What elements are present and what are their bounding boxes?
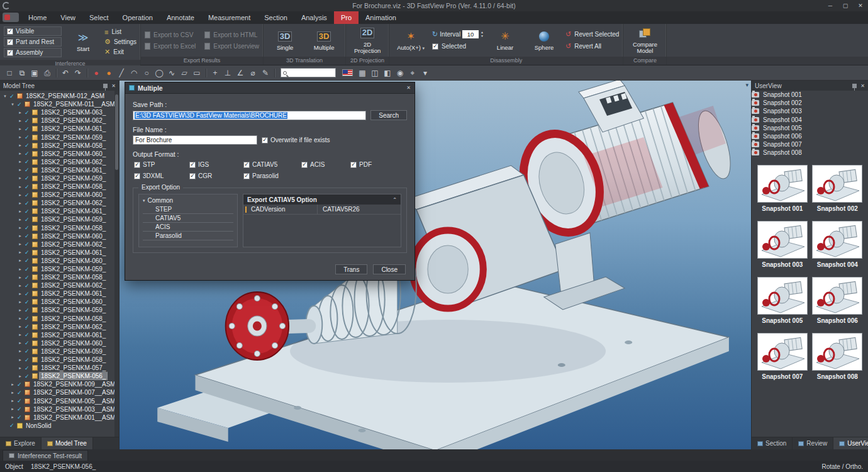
snapshot-list-item[interactable]: Snapshot 005 (752, 124, 868, 132)
check-icon[interactable]: ✓ (25, 150, 30, 157)
tree-item[interactable]: ▸ ✓ 18SK2_PSENKM-059_ (1, 133, 114, 141)
tree-item[interactable]: ▸ ✓ 18SK2_PSENKM-062_ (1, 199, 114, 207)
expand-arrow-icon[interactable]: ▸ (18, 283, 23, 288)
export-item[interactable]: Export to Excel (145, 41, 196, 51)
expand-arrow-icon[interactable]: ▸ (18, 135, 23, 140)
export-option-item[interactable]: ACIS (143, 223, 233, 232)
expand-arrow-icon[interactable]: ▸ (18, 250, 23, 255)
tree-item[interactable]: ▸ ✓ 18SK2_PSENKM-063_ (1, 108, 114, 116)
tree-item[interactable]: ▸ ✓ 18SK2_PSENKM-056_ (1, 372, 114, 380)
interference-result-tab[interactable]: Interference Test-result (3, 450, 88, 461)
expand-arrow-icon[interactable]: ▸ (18, 300, 23, 305)
print-icon[interactable]: ⎙ (42, 67, 53, 79)
tree-item[interactable]: ▸ ✓ 18SK2_PSENKM-057_ (1, 364, 114, 372)
interference-checkbox[interactable]: ✓ Visible (4, 26, 62, 36)
expand-arrow-icon[interactable]: ▸ (18, 308, 23, 313)
tree-item[interactable]: ▸ ✓ 18SK2_PSENKM-009__ASM (1, 380, 114, 388)
pin-icon[interactable] (852, 84, 857, 88)
format-checkbox[interactable]: ✓ PDF (350, 161, 407, 168)
single-button[interactable]: 3D Single (267, 30, 303, 51)
format-checkbox[interactable]: ✓ STP (134, 161, 189, 168)
expand-arrow-icon[interactable]: ▸ (18, 217, 23, 222)
format-checkbox[interactable]: ✓ Parasolid (243, 172, 301, 179)
expand-arrow-icon[interactable]: ▸ (18, 242, 23, 247)
snapshot-thumbnail[interactable]: Snapshot 007 (757, 333, 808, 380)
close-panel-icon[interactable]: ✕ (860, 83, 865, 89)
expand-arrow-icon[interactable]: ▸ (18, 291, 23, 296)
expand-arrow-icon[interactable]: ▸ (10, 382, 15, 387)
check-icon[interactable]: ✓ (25, 257, 30, 264)
tree-item[interactable]: ▸ ✓ 18SK2_PSENKM-005__ASM (1, 396, 114, 405)
close-dialog-button[interactable]: Close (373, 264, 406, 274)
snapshot-thumbnail[interactable]: Snapshot 002 (812, 165, 864, 212)
snapshot-list-item[interactable]: Snapshot 002 (752, 99, 868, 107)
tree-item[interactable]: ▸ ✓ 18SK2_PSENKM-062_ (1, 323, 114, 331)
expand-arrow-icon[interactable]: ▸ (10, 407, 15, 412)
expand-arrow-icon[interactable]: ▸ (18, 201, 23, 206)
tree-item[interactable]: ▸ ✓ 18SK2_PSENKM-062_ (1, 281, 114, 289)
auto-disassembly-button[interactable]: ✶ Auto(X+) ▾ (393, 30, 428, 51)
check-icon[interactable]: ✓ (25, 348, 30, 354)
overwrite-checkbox[interactable]: ✓ Overwrite if file exists (262, 137, 330, 143)
save-path-input[interactable]: E:\3D FASTVIEW\3D FastView Materials\BRO… (133, 111, 366, 120)
new-icon[interactable]: □ (4, 67, 15, 79)
tree-item[interactable]: ▸ ✓ 18SK2_PSENKM-062_ (1, 158, 114, 166)
tree-item[interactable]: ▸ ✓ 18SK2_PSENKM-059_ (1, 174, 114, 183)
tree-item[interactable]: ▸ ✓ 18SK2_PSENKM-061_ (1, 166, 114, 174)
minimize-button[interactable]: ─ (823, 0, 838, 11)
language-flag-icon[interactable] (342, 69, 353, 76)
snapshot-list-item[interactable]: Snapshot 004 (752, 116, 868, 124)
viewport-3d[interactable]: ▾ Multiple ✕ Save Path : E:\3D FASTVIEW\… (120, 81, 751, 449)
tree-item[interactable]: ▸ ✓ 18SK2_PSENKM-059_ (1, 215, 114, 223)
check-icon[interactable]: ✓ (25, 192, 30, 198)
snapshot-thumbnail[interactable]: Snapshot 006 (812, 277, 864, 324)
exit-icon[interactable]: ✕ Exit (104, 47, 136, 57)
menu-tab[interactable]: Analysis (294, 11, 334, 24)
ellipse-icon[interactable]: ◯ (153, 67, 165, 79)
arc-icon[interactable]: ◠ (128, 67, 140, 79)
dialog-close-icon[interactable]: ✕ (406, 85, 411, 91)
tree-item[interactable]: ▸ ✓ 18SK2_PSENKM-058_ (1, 183, 114, 191)
point-red-icon[interactable]: ● (91, 67, 102, 79)
expand-arrow-icon[interactable]: ▸ (18, 349, 23, 354)
check-icon[interactable]: ✓ (25, 299, 30, 305)
expand-arrow-icon[interactable]: ▸ (18, 151, 23, 156)
format-checkbox[interactable]: ✓ 3DXML (134, 172, 189, 179)
tab-explore[interactable]: Explore (0, 437, 42, 449)
check-icon[interactable]: ✓ (25, 216, 30, 223)
export-option-item[interactable]: CATIAV5 (143, 214, 233, 223)
expand-arrow-icon[interactable]: ▸ (18, 126, 23, 132)
snapshot-thumbnail[interactable]: Snapshot 005 (757, 277, 808, 324)
wireframe-icon[interactable]: ◫ (369, 67, 381, 79)
menu-tab[interactable]: Animation (359, 11, 403, 24)
tab-review[interactable]: Review (793, 437, 833, 449)
snapshot-thumbnail[interactable]: Snapshot 001 (757, 165, 808, 212)
diameter-icon[interactable]: ⌀ (247, 67, 259, 79)
viewport-chevron-icon[interactable]: ▾ (745, 82, 748, 88)
tree-item[interactable]: ▸ ✓ 18SK2_PSENKM-058_ (1, 142, 114, 150)
menu-tab[interactable]: Home (21, 11, 53, 24)
expand-arrow-icon[interactable]: ▾ (10, 102, 15, 107)
spinner-down-icon[interactable]: ▼ (481, 35, 484, 38)
tree-item[interactable]: ▸ ✓ 18SK2_PSENKM-059_ (1, 347, 114, 356)
export-item[interactable]: Export Userview (204, 41, 259, 51)
menu-tab[interactable]: Annotate (160, 11, 201, 24)
2d-projection-button[interactable]: 2D 2D Projection (350, 26, 385, 55)
undo-icon[interactable]: ↶ (60, 67, 71, 79)
save-icon[interactable]: ▣ (29, 67, 40, 79)
format-checkbox[interactable]: ✓ ACIS (301, 161, 350, 168)
tree-item[interactable]: ▸ ✓ 18SK2_PSENKM-060_ (1, 191, 114, 199)
revert-all-button[interactable]: ↺ Revert All (565, 42, 619, 52)
menu-tab[interactable]: Section (257, 11, 294, 24)
note-icon[interactable]: ✎ (260, 67, 271, 79)
catia-option-header[interactable]: Export CATIAV5 Option ⌃ (243, 194, 401, 205)
polygon-icon[interactable]: ▱ (179, 67, 190, 79)
more-dropdown-icon[interactable]: ▾ (420, 67, 431, 79)
tree-item[interactable]: ▸ ✓ 18SK2_PSENKM-061_ (1, 125, 114, 133)
expand-arrow-icon[interactable]: ▸ (18, 193, 23, 198)
compare-model-button[interactable]: Compare Model (627, 26, 662, 55)
tree-item[interactable]: ▾ ✓ 18SK2_PSENKM-012_ASM (1, 92, 114, 100)
tree-item[interactable]: ▸ ✓ 18SK2_PSENKM-003__ASM (1, 405, 114, 413)
expand-arrow-icon[interactable]: ▸ (18, 110, 23, 115)
check-icon[interactable]: ✓ (17, 406, 23, 412)
